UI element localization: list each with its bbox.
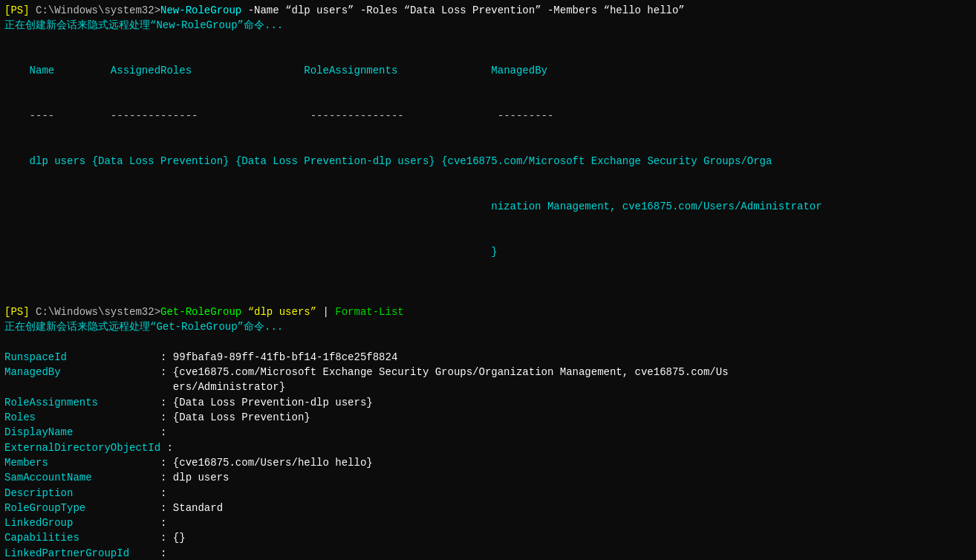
table-row-1-line1: dlp users {Data Loss Prevention} {Data L…: [4, 139, 972, 184]
row1-managedby-line1: {cve16875.com/Microsoft Exchange Securit…: [441, 155, 772, 167]
fl-roles-key: Roles: [4, 411, 160, 423]
fl-members: Members : {cve16875.com/Users/hello hell…: [4, 455, 972, 470]
fl-managedby-key: ManagedBy: [4, 366, 160, 378]
row1-name: dlp users: [30, 155, 86, 167]
fl-linkedgroup-key: LinkedGroup: [4, 517, 160, 529]
fl-runspaceid-key: RunspaceId: [4, 351, 160, 363]
sep-roleassignments: ---------------: [310, 110, 404, 122]
row1-managedby-line2: nization Management, cve16875.com/Users/…: [30, 201, 822, 212]
cmd-params-1: -Name “dlp users” -Roles “Data Loss Prev…: [241, 4, 685, 16]
fl-members-key: Members: [4, 457, 160, 469]
fl-linkedgroup-val: :: [160, 517, 166, 529]
fl-externaldirectory-val: :: [160, 442, 173, 454]
creating-session-2: 正在创建新会话来隐式远程处理“Get-RoleGroup”命令...: [4, 319, 972, 334]
col-roleassignments-header: RoleAssignments: [304, 65, 397, 76]
empty-line-1: [4, 33, 972, 48]
table-headers: Name AssignedRoles RoleAssignments Manag…: [4, 48, 972, 94]
fl-roles-val: : {Data Loss Prevention}: [160, 411, 310, 423]
fl-externaldirectory-key: ExternalDirectoryObjectId: [4, 442, 160, 454]
fl-members-val: : {cve16875.com/Users/hello hello}: [160, 457, 373, 469]
row1-managedby-line3: }: [30, 246, 498, 258]
cmd-format-list: Format-List: [335, 306, 403, 318]
fl-rolegrouptype-val: : Standard: [160, 502, 223, 514]
fl-capabilities: Capabilities : {}: [4, 530, 972, 545]
cmd-new-rolegroup: New-RoleGroup: [160, 4, 241, 16]
command-line-1: [PS] C:\Windows\system32>New-RoleGroup -…: [4, 3, 972, 18]
creating-session-1: 正在创建新会话来隐式远程处理“New-RoleGroup”命令...: [4, 18, 972, 33]
fl-capabilities-val: : {}: [160, 532, 186, 544]
fl-displayname: DisplayName :: [4, 425, 972, 440]
fl-roleassignments: RoleAssignments : {Data Loss Prevention-…: [4, 395, 972, 410]
fl-linkedgroup: LinkedGroup :: [4, 515, 972, 530]
table-row-1-line2: nization Management, cve16875.com/Users/…: [4, 184, 972, 229]
empty-line-2: [4, 274, 972, 289]
fl-rolegrouptype: RoleGroupType : Standard: [4, 501, 972, 515]
fl-managedby-val-line2: ers/Administrator}: [4, 381, 285, 393]
empty-line-4: [4, 335, 972, 350]
fl-linkedpartnergroupid-key: LinkedPartnerGroupId: [4, 547, 160, 559]
sep-managedby: ---------: [498, 110, 554, 122]
ps-prompt-1: [PS]: [4, 4, 30, 16]
row1-assignedroles: {Data Loss Prevention}: [92, 155, 230, 167]
sep-assignedroles: --------------: [111, 110, 198, 122]
col-assignedroles-header: AssignedRoles: [111, 65, 192, 76]
empty-line-3: [4, 290, 972, 305]
cmd-get-rolegroup: Get-RoleGroup: [160, 306, 241, 318]
fl-roleassignments-key: RoleAssignments: [4, 397, 160, 408]
fl-description-val: :: [160, 487, 166, 499]
row1-roleassignments: {Data Loss Prevention-dlp users}: [235, 155, 435, 167]
fl-runspaceid: RunspaceId : 99fbafa9-89ff-41fb-bf14-1f8…: [4, 350, 972, 365]
path-2: C:\Windows\system32>: [30, 306, 160, 318]
table-separators: ---- -------------- --------------- ----…: [4, 94, 972, 139]
path-1: C:\Windows\system32>: [30, 4, 160, 16]
fl-description: Description :: [4, 486, 972, 501]
fl-linkedpartnergroupid: LinkedPartnerGroupId :: [4, 546, 972, 560]
fl-linkedpartnergroupid-val: :: [160, 547, 166, 559]
ps-prompt-2: [PS]: [4, 306, 30, 318]
command-line-2: [PS] C:\Windows\system32>Get-RoleGroup “…: [4, 305, 972, 319]
fl-capabilities-key: Capabilities: [4, 532, 160, 544]
fl-externaldirectory: ExternalDirectoryObjectId :: [4, 440, 972, 455]
fl-runspaceid-val: : 99fbafa9-89ff-41fb-bf14-1f8ce25f8824: [160, 351, 397, 363]
sep-name: ----: [30, 110, 55, 122]
fl-samaccountname-key: SamAccountName: [4, 472, 160, 484]
terminal-window: [PS] C:\Windows\system32>New-RoleGroup -…: [0, 0, 976, 560]
fl-displayname-key: DisplayName: [4, 426, 160, 438]
cmd-pipe: |: [316, 306, 335, 318]
fl-managedby-line1: ManagedBy : {cve16875.com/Microsoft Exch…: [4, 365, 972, 380]
fl-roles: Roles : {Data Loss Prevention}: [4, 410, 972, 425]
col-name-header: Name: [30, 65, 55, 76]
fl-samaccountname: SamAccountName : dlp users: [4, 470, 972, 485]
fl-rolegrouptype-key: RoleGroupType: [4, 502, 160, 514]
fl-samaccountname-val: : dlp users: [160, 472, 229, 484]
fl-description-key: Description: [4, 487, 160, 499]
fl-managedby-val-line1: : {cve16875.com/Microsoft Exchange Secur…: [160, 366, 729, 378]
fl-managedby-line2: ers/Administrator}: [4, 380, 972, 394]
table-row-1-line3: }: [4, 229, 972, 274]
fl-roleassignments-val: : {Data Loss Prevention-dlp users}: [160, 397, 373, 408]
fl-displayname-val: :: [160, 426, 166, 438]
col-managedby-header: ManagedBy: [491, 65, 547, 76]
cmd-get-val: “dlp users”: [241, 306, 316, 318]
